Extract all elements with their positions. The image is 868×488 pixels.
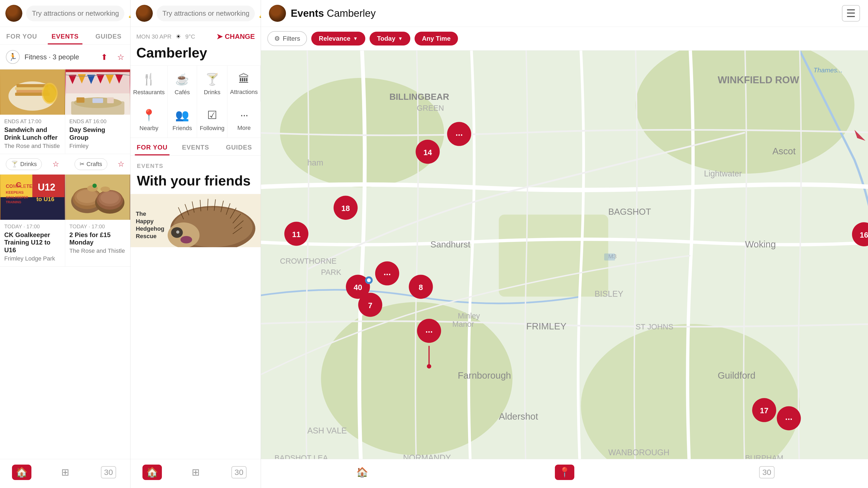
svg-text:7: 7 <box>368 301 372 310</box>
svg-text:Lightwater: Lightwater <box>704 169 742 178</box>
svg-text:FRIMLEY: FRIMLEY <box>526 321 566 331</box>
right-nav-map[interactable]: 📍 <box>463 464 665 480</box>
drinks-star[interactable]: ☆ <box>53 160 59 168</box>
svg-text:Woking: Woking <box>745 239 776 249</box>
drinks-cat-icon: 🍸 <box>205 73 219 86</box>
nav-home[interactable]: 🏠 <box>0 464 43 480</box>
svg-point-127 <box>427 364 431 368</box>
change-label: CHANGE <box>225 32 255 41</box>
cat-nearby[interactable]: 📍 Nearby <box>130 102 168 137</box>
today-button[interactable]: Today ▼ <box>370 32 410 45</box>
cat-drinks[interactable]: 🍸 Drinks <box>197 66 227 102</box>
right-panel: Events Camberley ☰ ⚙ Filters Relevance ▼… <box>261 0 868 488</box>
sandwich-title: Sandwich and Drink Lunch offer <box>4 126 61 141</box>
anytime-label: Any Time <box>422 35 451 42</box>
nav-calendar[interactable]: 30 <box>87 464 130 480</box>
drinks-tag[interactable]: 🍸 Drinks <box>6 158 42 170</box>
right-header: Events Camberley ☰ <box>261 0 868 27</box>
tab-for-you[interactable]: FOR YOU <box>0 27 43 44</box>
mid-nav-calendar[interactable]: 30 <box>217 464 261 480</box>
mid-nav-browse[interactable]: ⊞ <box>174 464 217 480</box>
avatar[interactable] <box>5 5 22 22</box>
svg-text:Minley: Minley <box>458 312 480 320</box>
svg-text:Happy: Happy <box>136 218 154 225</box>
svg-text:Aldershot: Aldershot <box>499 411 538 421</box>
sewing-venue: Frimley <box>69 142 126 150</box>
svg-text:16: 16 <box>860 231 868 239</box>
cafes-label: Cafés <box>175 89 190 96</box>
filter-bar: ⚙ Filters Relevance ▼ Today ▼ Any Time <box>261 27 868 51</box>
goalkeeper-time: TODAY · 17:00 <box>4 224 61 230</box>
svg-text:···: ··· <box>456 130 463 140</box>
svg-rect-73 <box>499 215 608 297</box>
cat-friends[interactable]: 👥 Friends <box>168 102 197 137</box>
cat-cafes[interactable]: ☕ Cafés <box>168 66 197 102</box>
right-nav-calendar[interactable]: 30 <box>665 464 868 480</box>
following-icon: ☑ <box>207 108 217 122</box>
svg-text:8: 8 <box>419 283 423 292</box>
svg-text:Manor: Manor <box>453 320 474 328</box>
svg-point-118 <box>367 278 371 282</box>
svg-text:C: C <box>16 181 21 189</box>
nav-browse[interactable]: ⊞ <box>43 464 87 480</box>
event-card-goalkeeper[interactable]: COMPLETE KEEPERS GOALKEEPER TRAINING C U… <box>0 174 65 267</box>
mid-bottom-nav: 🏠 ⊞ 30 <box>130 459 261 488</box>
svg-text:ST JOHNS: ST JOHNS <box>636 323 673 331</box>
goalkeeper-venue: Frimley Lodge Park <box>4 255 61 262</box>
event-card-sewing[interactable]: ENDS AT 16:00 Day Sewing Group Frimley <box>65 69 130 154</box>
nearby-icon: 📍 <box>142 108 156 122</box>
star-icon[interactable]: ☆ <box>117 53 124 62</box>
cat-restaurants[interactable]: 🍴 Restaurants <box>130 66 168 102</box>
tab-guides[interactable]: GUIDES <box>87 27 130 44</box>
restaurants-icon: 🍴 <box>142 73 156 86</box>
search-input[interactable] <box>26 6 124 21</box>
hedgehog-card[interactable]: The Happy Hedgehog Rescue <box>130 194 261 247</box>
svg-rect-19 <box>92 98 103 103</box>
svg-rect-18 <box>76 97 84 103</box>
svg-text:WANBOROUGH: WANBOROUGH <box>608 448 670 457</box>
svg-text:GOALKEEPER: GOALKEEPER <box>6 196 28 199</box>
mid-avatar[interactable] <box>136 5 153 22</box>
attractions-label: Attractions <box>230 89 258 96</box>
event-card-sandwich[interactable]: ENDS AT 17:00 Sandwich and Drink Lunch o… <box>0 69 65 154</box>
anytime-button[interactable]: Any Time <box>414 32 458 45</box>
right-title-bold: Events <box>291 8 324 19</box>
filters-button[interactable]: ⚙ Filters <box>267 31 307 46</box>
restaurants-label: Restaurants <box>133 89 165 96</box>
list-view-icon[interactable]: ☰ <box>842 5 860 22</box>
svg-text:···: ··· <box>426 327 433 337</box>
svg-point-41 <box>100 192 119 204</box>
event-grid-top: ENDS AT 17:00 Sandwich and Drink Lunch o… <box>0 69 130 154</box>
tab-events[interactable]: EVENTS <box>43 27 87 44</box>
event-card-pies[interactable]: TODAY · 17:00 2 Pies for £15 Monday The … <box>65 174 130 267</box>
mid-nav-home[interactable]: 🏠 <box>130 464 174 480</box>
fitness-row[interactable]: 🏃 Fitness · 3 people ⬆ ☆ <box>0 45 130 69</box>
right-avatar[interactable] <box>269 5 286 22</box>
drinks-icon: 🍸 <box>11 161 18 168</box>
cat-following[interactable]: ☑ Following <box>197 102 227 137</box>
events-section-title: With your friends <box>130 172 261 194</box>
nearby-label: Nearby <box>140 125 158 132</box>
relevance-button[interactable]: Relevance ▼ <box>311 32 365 45</box>
crafts-star[interactable]: ☆ <box>118 160 124 168</box>
cat-attractions[interactable]: 🏛 Attractions <box>227 66 261 102</box>
svg-text:11: 11 <box>292 230 301 239</box>
right-calendar-icon: 30 <box>759 466 774 479</box>
svg-text:GREEN: GREEN <box>417 104 444 112</box>
share-icon[interactable]: ⬆ <box>101 53 107 62</box>
right-nav-home[interactable]: 🏠 <box>261 464 463 480</box>
sewing-card-body: ENDS AT 16:00 Day Sewing Group Frimley <box>65 115 130 154</box>
svg-text:CROWTHORNE: CROWTHORNE <box>280 257 337 265</box>
mid-tab-events[interactable]: EVENTS <box>174 138 217 155</box>
cat-more[interactable]: ··· More <box>227 102 261 137</box>
mid-search-input[interactable] <box>157 6 255 21</box>
location-change-btn[interactable]: ➤ CHANGE <box>216 32 255 41</box>
crafts-tag[interactable]: ✂ Crafts <box>74 158 107 170</box>
mid-browse-icon: ⊞ <box>192 467 200 478</box>
left-tab-nav: FOR YOU EVENTS GUIDES <box>0 27 130 45</box>
mid-home-icon: 🏠 <box>143 464 162 480</box>
map-container[interactable]: BILLINGBEAR GREEN WINKFIELD ROW ham Asco… <box>261 51 868 488</box>
mid-tab-for-you[interactable]: FOR YOU <box>130 138 174 155</box>
cafes-icon: ☕ <box>175 73 189 86</box>
mid-tab-guides[interactable]: GUIDES <box>217 138 261 155</box>
